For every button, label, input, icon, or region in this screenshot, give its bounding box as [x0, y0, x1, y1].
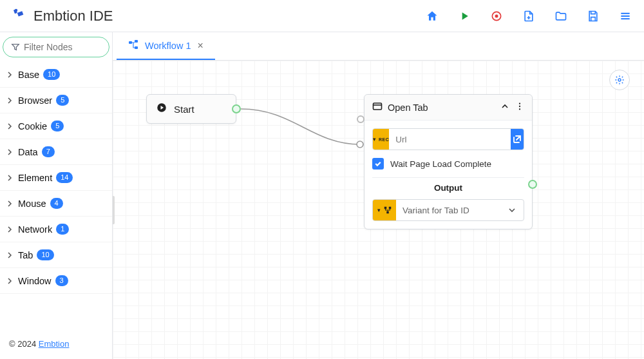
node-open-tab[interactable]: Open Tab ▾REC Wait Page Load Complete Ou… — [364, 94, 533, 229]
variant-field[interactable]: ▾ Variant for Tab ID — [372, 199, 524, 221]
app-logo-icon — [12, 7, 27, 25]
top-toolbar: Embtion IDE — [0, 0, 644, 32]
sidebar-item-label: Window — [18, 276, 52, 286]
svg-rect-7 — [135, 40, 138, 43]
variant-placeholder: Variant for Tab ID — [396, 200, 500, 220]
sidebar-item-base[interactable]: Base 10 — [0, 62, 112, 88]
tab-workflow-1[interactable]: Workflow 1 × — [117, 32, 215, 60]
brand-link[interactable]: Embtion — [39, 339, 70, 349]
workflow-canvas[interactable]: Start Open Tab ▾REC — [113, 61, 644, 359]
svg-point-9 — [618, 79, 621, 81]
count-badge: 5 — [51, 121, 64, 131]
app-logo-block: Embtion IDE — [12, 7, 113, 25]
sidebar-item-label: Base — [18, 70, 39, 80]
chevron-right-icon — [6, 250, 13, 260]
count-badge: 5 — [56, 95, 69, 106]
sidebar-item-tab[interactable]: Tab 10 — [0, 242, 112, 268]
wait-label: Wait Page Load Complete — [390, 159, 491, 169]
filter-input-wrap[interactable] — [3, 37, 109, 57]
more-icon[interactable] — [515, 102, 524, 113]
checkbox-checked-icon[interactable] — [372, 158, 384, 170]
new-file-icon[interactable] — [522, 9, 536, 23]
sidebar-item-label: Network — [18, 224, 52, 235]
input-port[interactable] — [357, 115, 365, 123]
wait-checkbox-row[interactable]: Wait Page Load Complete — [372, 157, 524, 171]
sidebar-item-label: Tab — [18, 250, 33, 260]
app-title: Embtion IDE — [33, 8, 113, 24]
sidebar-item-window[interactable]: Window 3 — [0, 268, 112, 294]
svg-point-10 — [357, 141, 363, 148]
svg-point-2 — [495, 14, 498, 17]
play-circle-icon — [156, 102, 167, 116]
sidebar-footer: © 2024 Embtion — [0, 331, 112, 359]
sidebar-item-cookie[interactable]: Cookie 5 — [0, 113, 112, 139]
svg-rect-18 — [386, 211, 389, 214]
sidebar-item-mouse[interactable]: Mouse 4 — [0, 191, 112, 217]
open-url-button[interactable] — [511, 129, 524, 150]
count-badge: 7 — [42, 146, 55, 157]
content-area: Workflow 1 × Start — [113, 32, 644, 359]
sidebar-item-data[interactable]: Data 7 — [0, 139, 112, 165]
count-badge: 10 — [43, 69, 60, 80]
node-body: ▾REC Wait Page Load Complete Output ▾ Va… — [365, 121, 532, 229]
record-prefix[interactable]: ▾REC — [373, 129, 389, 150]
chevron-right-icon — [6, 224, 13, 235]
sidebar-item-label: Data — [18, 147, 38, 157]
sidebar-item-label: Mouse — [18, 199, 46, 209]
workflow-icon — [128, 39, 138, 52]
count-badge: 4 — [50, 198, 63, 209]
svg-point-13 — [519, 102, 520, 104]
sidebar-item-label: Browser — [18, 95, 52, 106]
menu-icon[interactable] — [618, 9, 632, 23]
stop-icon[interactable] — [489, 9, 504, 23]
svg-point-15 — [519, 108, 520, 110]
output-port[interactable] — [232, 104, 241, 113]
count-badge: 3 — [55, 275, 68, 286]
tab-icon — [372, 101, 383, 114]
run-icon[interactable] — [457, 9, 471, 23]
node-start[interactable]: Start — [146, 94, 236, 124]
count-badge: 1 — [56, 224, 69, 235]
svg-rect-8 — [135, 46, 138, 49]
svg-rect-17 — [388, 207, 391, 209]
filter-input[interactable] — [24, 42, 101, 52]
sidebar-item-element[interactable]: Element 14 — [0, 165, 112, 191]
svg-rect-6 — [129, 41, 132, 44]
toolbar-actions — [425, 9, 632, 23]
chevron-right-icon — [6, 173, 13, 183]
collapse-icon[interactable] — [500, 101, 510, 114]
editor-tabs: Workflow 1 × — [113, 32, 644, 61]
node-label: Start — [174, 104, 194, 115]
filter-icon — [11, 43, 20, 52]
sidebar-collapse-handle[interactable] — [113, 196, 115, 224]
chevron-right-icon — [6, 147, 13, 157]
chevron-right-icon — [6, 199, 13, 209]
svg-point-14 — [519, 105, 520, 106]
save-icon[interactable] — [586, 9, 600, 23]
sidebar: Base 10 Browser 5 Cookie 5 Data 7 Elemen… — [0, 32, 113, 359]
open-folder-icon[interactable] — [554, 9, 568, 23]
svg-rect-16 — [384, 207, 386, 209]
node-header[interactable]: Open Tab — [365, 95, 532, 121]
sidebar-item-browser[interactable]: Browser 5 — [0, 88, 112, 113]
count-badge: 14 — [56, 172, 73, 183]
variant-prefix[interactable]: ▾ — [373, 200, 396, 220]
count-badge: 10 — [37, 249, 53, 260]
home-icon[interactable] — [425, 9, 439, 23]
svg-point-0 — [15, 8, 17, 11]
chevron-right-icon — [6, 70, 13, 80]
canvas-settings-button[interactable] — [609, 70, 630, 90]
url-input[interactable] — [389, 129, 511, 150]
chevron-right-icon — [6, 276, 13, 286]
close-icon[interactable]: × — [197, 40, 203, 52]
copyright-text: © 2024 — [9, 339, 39, 349]
node-title: Open Tab — [388, 102, 495, 113]
dropdown-toggle[interactable] — [500, 200, 524, 220]
chevron-right-icon — [6, 95, 13, 106]
chevron-right-icon — [6, 121, 13, 131]
url-field[interactable]: ▾REC — [372, 128, 524, 150]
sidebar-item-network[interactable]: Network 1 — [0, 217, 112, 242]
svg-rect-12 — [374, 103, 382, 110]
tab-label: Workflow 1 — [145, 41, 191, 51]
sidebar-item-label: Cookie — [18, 121, 47, 131]
